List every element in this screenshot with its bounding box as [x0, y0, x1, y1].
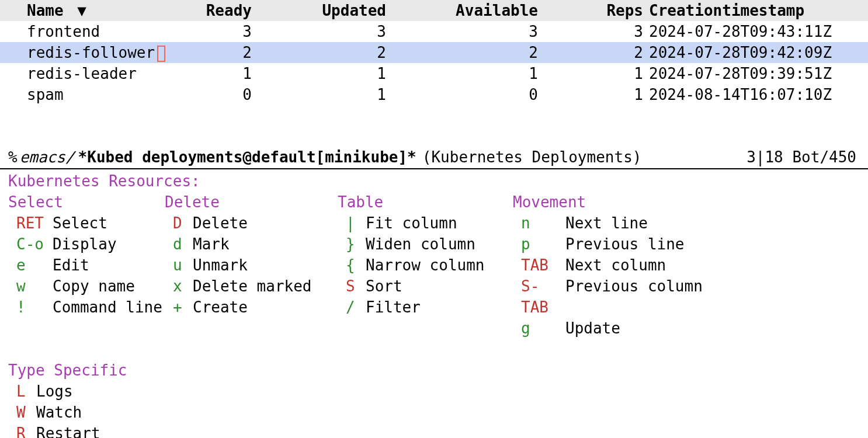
table-body: frontend33332024-07-28T09:43:11Zredis-fo… [0, 21, 868, 105]
help-item[interactable]: RRestart [8, 423, 242, 438]
help-key: / [338, 297, 366, 318]
help-key: W [8, 402, 36, 423]
help-title: Kubernetes Resources: [8, 171, 868, 192]
help-desc: Delete [193, 213, 248, 234]
help-desc: Previous line [565, 234, 685, 255]
help-heading-select: Select [8, 192, 165, 213]
help-item[interactable]: uUnmark [165, 255, 338, 276]
help-key: { [338, 255, 366, 276]
help-item[interactable]: LLogs [8, 381, 242, 402]
help-item[interactable]: }Widen column [338, 234, 513, 255]
help-item[interactable]: DDelete [165, 213, 338, 234]
cell-ready: 1 [170, 63, 269, 84]
help-desc: Restart [36, 423, 100, 438]
modeline-emacs: emacs/ [20, 147, 75, 168]
help-desc: Next column [565, 255, 666, 276]
cell-updated: 1 [269, 84, 404, 105]
help-desc: Next line [565, 213, 648, 234]
help-key: C-o [8, 234, 53, 255]
help-desc: Unmark [193, 255, 248, 276]
help-item[interactable]: +Create [165, 297, 338, 318]
cell-name-text: redis-leader [27, 65, 137, 82]
column-header-name[interactable]: Name ▼ [27, 0, 170, 21]
help-desc: Delete marked [193, 276, 312, 297]
column-header-ready[interactable]: Ready [170, 0, 269, 21]
help-item[interactable]: wCopy name [8, 276, 165, 297]
help-item[interactable]: {Narrow column [338, 255, 513, 276]
sort-indicator-icon: ▼ [77, 2, 86, 19]
help-item[interactable]: eEdit [8, 255, 165, 276]
modeline-prefix: % [8, 147, 18, 168]
help-heading-movement: Movement [513, 192, 747, 213]
help-item[interactable]: SSort [338, 276, 513, 297]
cell-updated: 2 [269, 42, 404, 63]
cell-available: 2 [404, 42, 555, 63]
help-item[interactable]: RETSelect [8, 213, 165, 234]
cell-name: redis-leader [27, 63, 170, 84]
cell-updated: 1 [269, 63, 404, 84]
help-item[interactable]: |Fit column [338, 213, 513, 234]
help-group-select: Select RETSelectC-oDisplayeEditwCopy nam… [8, 192, 165, 339]
cell-name: spam [27, 84, 170, 105]
cell-reps: 2 [555, 42, 649, 63]
column-header-available[interactable]: Available [404, 0, 555, 21]
help-item[interactable]: dMark [165, 234, 338, 255]
help-desc: Mark [193, 234, 230, 255]
column-header-updated[interactable]: Updated [269, 0, 404, 21]
help-desc: Copy name [53, 276, 135, 297]
help-item[interactable]: !Command line [8, 297, 165, 318]
cell-available: 0 [404, 84, 555, 105]
help-area: Kubernetes Resources: Select RETSelectC-… [0, 169, 868, 438]
help-group-type-specific: Type Specific LLogsWWatchRRestart$Scale [8, 360, 242, 438]
cell-reps: 3 [555, 21, 649, 42]
help-key: RET [8, 213, 53, 234]
cell-ready: 3 [170, 21, 269, 42]
help-key: g [513, 318, 565, 339]
help-group-delete: Delete DDeletedMarkuUnmarkxDelete marked… [165, 192, 338, 339]
table-row[interactable]: redis-follower22222024-07-28T09:42:09Z [0, 42, 868, 63]
column-header-name-label: Name [27, 2, 64, 19]
help-item[interactable]: xDelete marked [165, 276, 338, 297]
table-row[interactable]: frontend33332024-07-28T09:43:11Z [0, 21, 868, 42]
help-item[interactable]: /Filter [338, 297, 513, 318]
modeline: % emacs/ *Kubed deployments@default[mini… [0, 146, 868, 169]
column-header-reps[interactable]: Reps [555, 0, 649, 21]
help-item[interactable]: TABNext column [513, 255, 747, 276]
help-desc: Update [565, 318, 620, 339]
help-item[interactable]: WWatch [8, 402, 242, 423]
help-item[interactable]: S-TABPrevious column [513, 276, 747, 318]
cell-name: redis-follower [27, 42, 170, 63]
help-desc: Logs [36, 381, 73, 402]
help-key: e [8, 255, 53, 276]
cell-ready: 2 [170, 42, 269, 63]
cursor-icon [157, 46, 165, 62]
help-desc: Filter [366, 297, 421, 318]
help-item[interactable]: nNext line [513, 213, 747, 234]
help-key: + [165, 297, 193, 318]
table-row[interactable]: redis-leader11112024-07-28T09:39:51Z [0, 63, 868, 84]
cell-updated: 3 [269, 21, 404, 42]
help-key: S-TAB [513, 276, 565, 318]
help-desc: Create [193, 297, 248, 318]
help-heading-table: Table [338, 192, 513, 213]
help-key: n [513, 213, 565, 234]
cell-available: 3 [404, 21, 555, 42]
table-row[interactable]: spam01012024-08-14T16:07:10Z [0, 84, 868, 105]
help-item[interactable]: C-oDisplay [8, 234, 165, 255]
help-item[interactable]: pPrevious line [513, 234, 747, 255]
help-key: w [8, 276, 53, 297]
help-key: S [338, 276, 366, 297]
cell-name-text: frontend [27, 23, 100, 40]
help-key: u [165, 255, 193, 276]
help-desc: Command line [53, 297, 162, 318]
help-desc: Watch [36, 402, 82, 423]
cell-ts: 2024-08-14T16:07:10Z [649, 84, 868, 105]
help-key: | [338, 213, 366, 234]
cell-reps: 1 [555, 63, 649, 84]
help-desc: Display [53, 234, 117, 255]
column-header-timestamp[interactable]: Creationtimestamp [649, 0, 868, 21]
help-key: D [165, 213, 193, 234]
help-key: R [8, 423, 36, 438]
cell-name-text: redis-follower [27, 44, 155, 61]
help-item[interactable]: gUpdate [513, 318, 747, 339]
